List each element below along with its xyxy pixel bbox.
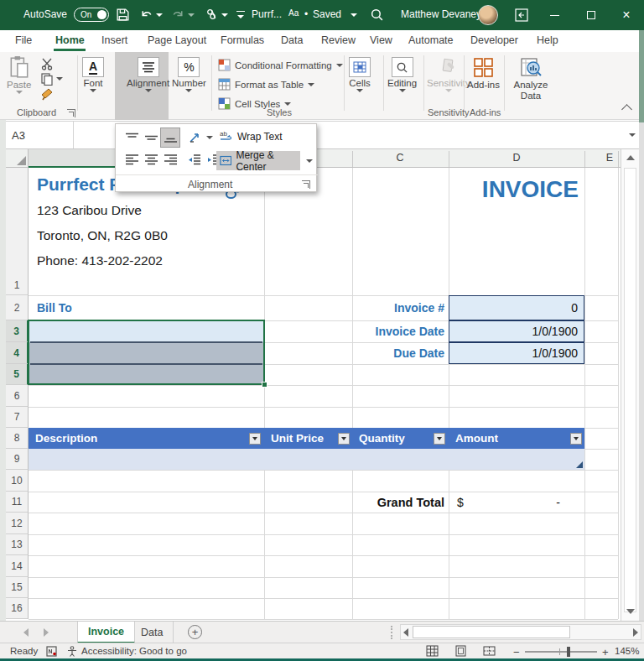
- user-name[interactable]: Matthew Devaney: [401, 8, 481, 20]
- undo-button[interactable]: [139, 8, 153, 22]
- row-header-9[interactable]: 9: [6, 449, 29, 470]
- number-group-button[interactable]: % Number: [172, 57, 206, 92]
- addins-button[interactable]: Add-ins: [467, 57, 500, 90]
- sheet-tab-invoice[interactable]: Invoice: [77, 622, 135, 643]
- invoice-title-cell[interactable]: INVOICE: [352, 176, 579, 203]
- column-header-E[interactable]: E: [606, 152, 613, 164]
- tab-home[interactable]: Home: [55, 34, 85, 46]
- maximize-button[interactable]: [577, 0, 605, 30]
- row-header-12[interactable]: 12: [6, 513, 29, 534]
- alignment-group-button[interactable]: Alignment: [115, 52, 169, 120]
- row-header-13[interactable]: 13: [6, 534, 29, 555]
- middle-align-button[interactable]: [142, 128, 160, 147]
- sheet-tab-data[interactable]: Data: [131, 622, 174, 643]
- redo-button[interactable]: [171, 8, 185, 22]
- row-header-8[interactable]: 8: [6, 428, 29, 449]
- format-as-table-button[interactable]: Format as Table: [218, 78, 314, 91]
- minimize-button[interactable]: [540, 0, 569, 30]
- saved-dropdown-icon[interactable]: [351, 13, 357, 17]
- table-header-description[interactable]: Description: [29, 428, 264, 449]
- zoom-slider-track[interactable]: [525, 651, 597, 653]
- ribbon-display-options-icon[interactable]: [515, 8, 528, 22]
- column-header-D[interactable]: D: [512, 152, 520, 164]
- scroll-down-icon[interactable]: [626, 609, 635, 614]
- column-header-C[interactable]: C: [396, 152, 403, 164]
- row-header-3[interactable]: 3: [6, 320, 29, 342]
- tab-developer[interactable]: Developer: [470, 34, 518, 46]
- filter-button-quantity[interactable]: [434, 433, 445, 445]
- paste-button[interactable]: Paste: [7, 55, 31, 94]
- scroll-up-icon[interactable]: [626, 155, 635, 160]
- font-group-button[interactable]: A Font: [82, 57, 104, 92]
- zoom-level[interactable]: 145%: [615, 646, 639, 656]
- select-all-corner[interactable]: [6, 149, 29, 168]
- copy-icon[interactable]: [40, 72, 54, 86]
- avatar[interactable]: [478, 5, 498, 25]
- table-header-amount[interactable]: Amount: [449, 428, 584, 449]
- hscroll-left-icon[interactable]: [403, 628, 408, 637]
- tab-view[interactable]: View: [370, 34, 392, 46]
- accessibility-icon[interactable]: [67, 646, 77, 657]
- row-header-16[interactable]: 16: [6, 598, 29, 619]
- file-name[interactable]: Purrf...: [252, 8, 282, 20]
- bottom-align-button[interactable]: [161, 128, 179, 147]
- hscroll-right-icon[interactable]: [633, 628, 638, 637]
- grand-total-value[interactable]: -: [503, 492, 560, 513]
- zoom-in-button[interactable]: +: [602, 646, 609, 658]
- qat-customize-icon[interactable]: [236, 11, 245, 12]
- row-header-6[interactable]: 6: [6, 385, 29, 407]
- row-header-10[interactable]: 10: [6, 470, 29, 492]
- filter-button-unit-price[interactable]: [338, 433, 350, 445]
- row-header-2[interactable]: 2: [6, 295, 29, 320]
- address-line1-cell[interactable]: 123 Caribou Drive: [37, 203, 142, 218]
- tab-splitter[interactable]: [391, 626, 392, 639]
- fill-handle[interactable]: [262, 382, 267, 388]
- tab-help[interactable]: Help: [537, 34, 558, 46]
- tab-review[interactable]: Review: [321, 34, 356, 46]
- vertical-scroll-thumb[interactable]: [624, 168, 636, 612]
- align-right-button[interactable]: [161, 151, 179, 169]
- clipboard-dialog-launcher[interactable]: [67, 109, 75, 117]
- expand-formula-bar-icon[interactable]: [629, 133, 636, 137]
- due-date-value[interactable]: 1/0/1900: [449, 342, 584, 364]
- pen-dropdown-icon[interactable]: [221, 13, 228, 17]
- qat-customize-chevron[interactable]: [237, 15, 244, 18]
- orientation-button[interactable]: [186, 128, 205, 147]
- due-date-label[interactable]: Due Date: [352, 342, 444, 364]
- row-header-4[interactable]: 4: [6, 342, 29, 364]
- pen-icon[interactable]: [205, 8, 219, 22]
- invoice-date-value[interactable]: 1/0/1900: [449, 320, 584, 342]
- merge-and-center-button[interactable]: Merge & Center: [216, 151, 300, 170]
- format-painter-icon[interactable]: [40, 87, 54, 101]
- search-icon[interactable]: [370, 8, 384, 22]
- zoom-slider-thumb[interactable]: [567, 647, 570, 657]
- invoice-number-value[interactable]: 0: [449, 295, 584, 320]
- tab-insert[interactable]: Insert: [101, 34, 127, 46]
- conditional-formatting-button[interactable]: Conditional Formatting: [218, 59, 343, 71]
- horizontal-scrollbar[interactable]: [400, 624, 641, 640]
- filter-button-amount[interactable]: [570, 433, 582, 445]
- name-box[interactable]: A3: [0, 122, 74, 148]
- editing-group-button[interactable]: Editing: [387, 57, 417, 92]
- tab-page-layout[interactable]: Page Layout: [148, 34, 206, 46]
- autosave-toggle[interactable]: On: [74, 8, 109, 22]
- horizontal-scroll-thumb[interactable]: [413, 626, 570, 638]
- merge-center-dropdown-icon[interactable]: [306, 159, 313, 163]
- zoom-out-button[interactable]: −: [513, 646, 520, 658]
- macro-record-icon[interactable]: [46, 646, 57, 657]
- page-layout-view-icon[interactable]: [454, 645, 467, 657]
- collapse-ribbon-icon[interactable]: [621, 104, 632, 115]
- tab-automate[interactable]: Automate: [408, 34, 454, 46]
- new-sheet-button[interactable]: +: [188, 625, 202, 639]
- align-left-button[interactable]: [122, 151, 141, 169]
- redo-dropdown-icon[interactable]: [188, 13, 195, 17]
- vertical-scrollbar[interactable]: [621, 149, 639, 621]
- saved-status[interactable]: Saved: [313, 8, 341, 20]
- decrease-indent-button[interactable]: [184, 151, 203, 169]
- row-header-11[interactable]: 11: [6, 492, 29, 513]
- phone-cell[interactable]: Phone: 413-202-2202: [37, 253, 163, 268]
- sheet-next-icon[interactable]: [44, 628, 49, 637]
- normal-view-icon[interactable]: [426, 645, 439, 657]
- cut-icon[interactable]: [40, 57, 54, 70]
- copy-dropdown-icon[interactable]: [56, 77, 63, 81]
